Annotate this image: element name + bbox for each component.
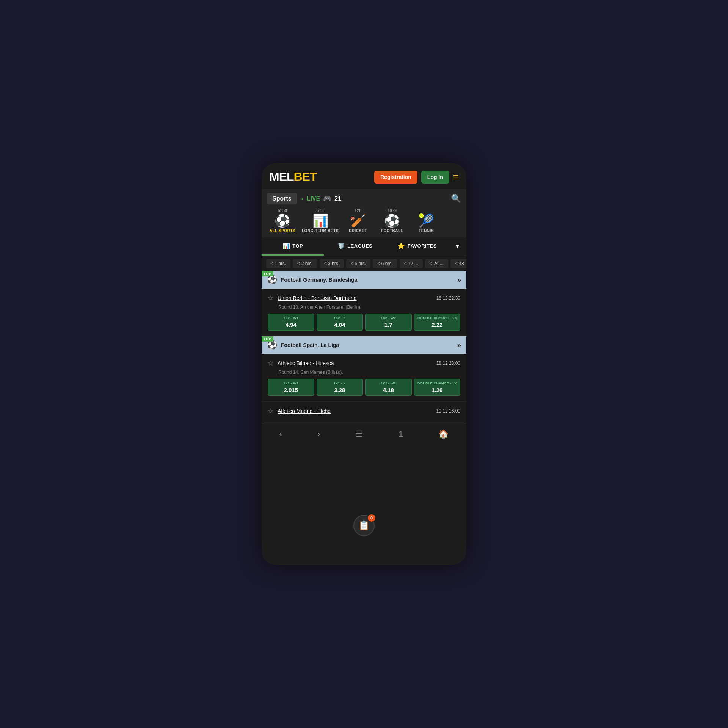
- logo: MELBET: [269, 170, 317, 184]
- tab-favorites[interactable]: ⭐ FAVORITES: [386, 237, 448, 256]
- league-header-bundesliga: TOP ⚽ Football Germany. Bundesliga »: [262, 271, 466, 289]
- tab-top[interactable]: 📊 TOP: [262, 237, 324, 256]
- time-chip-48hr[interactable]: < 48: [450, 259, 466, 268]
- logo-bet: BET: [294, 170, 317, 184]
- odds-row-1: 1X2 - W1 4.94 1X2 - X 4.04 1X2 - W2 1.7 …: [268, 314, 460, 331]
- filter-nav-button[interactable]: ☰: [356, 429, 363, 439]
- odds-btn-1-x[interactable]: 1X2 - X 4.04: [317, 314, 363, 331]
- odds-label-2-w1: 1X2 - W1: [283, 381, 298, 385]
- odds-btn-1-dc[interactable]: DOUBLE CHANCE - 1X 2.22: [414, 314, 461, 331]
- league-name-bundesliga[interactable]: Football Germany. Bundesliga: [281, 277, 357, 283]
- odds-label-1-w1: 1X2 - W1: [283, 316, 298, 320]
- top-icon: 📊: [282, 242, 290, 249]
- match-card-bilbao: ☆ Athletic Bilbao - Huesca 18.12 23:00 R…: [262, 354, 466, 402]
- league-chevron-icon-2[interactable]: »: [457, 341, 461, 349]
- tab-favorites-label: FAVORITES: [408, 243, 437, 249]
- match-name-3[interactable]: Atletico Madrid - Elche: [278, 408, 331, 414]
- favorite-star-1[interactable]: ☆: [268, 294, 274, 302]
- sports-nav: Sports ● LIVE 🎮 21 🔍: [262, 189, 466, 204]
- category-scroll: 5359 ⚽ ALL SPORTS 573 📊 LONG-TERM BETS 1…: [262, 204, 466, 237]
- sports-label[interactable]: Sports: [267, 193, 297, 204]
- favorite-star-2[interactable]: ☆: [268, 359, 274, 367]
- back-button[interactable]: ‹: [279, 429, 282, 439]
- match-name-2[interactable]: Athletic Bilbao - Huesca: [278, 360, 334, 366]
- match-card-union-berlin: ☆ Union Berlin - Borussia Dortmund 18.12…: [262, 289, 466, 336]
- league-header-laliga: TOP ⚽ Football Spain. La Liga »: [262, 336, 466, 354]
- category-cricket[interactable]: 126 🏏 CRICKET: [341, 207, 375, 234]
- odds-value-2-dc: 1.26: [431, 387, 442, 393]
- logo-mel: MEL: [269, 170, 294, 184]
- match-info-1: Round 13. An der Alten Forsterei (Berlin…: [268, 304, 460, 310]
- favorite-star-3[interactable]: ☆: [268, 407, 274, 415]
- home-icon: 🏠: [438, 429, 449, 439]
- odds-value-1-x: 4.04: [334, 322, 345, 328]
- odds-label-1-x: 1X2 - X: [334, 316, 346, 320]
- league-name-laliga[interactable]: Football Spain. La Liga: [281, 342, 339, 348]
- odds-value-1-w2: 1.7: [384, 322, 392, 328]
- odds-label-2-x: 1X2 - X: [334, 381, 346, 385]
- leagues-icon: 🛡️: [337, 242, 345, 249]
- tab-leagues[interactable]: 🛡️ LEAGUES: [324, 237, 386, 256]
- league-chevron-icon[interactable]: »: [457, 276, 461, 284]
- betslip-fab[interactable]: 📋 0: [353, 515, 375, 536]
- odds-label-2-w2: 1X2 - W2: [381, 381, 396, 385]
- home-button[interactable]: 🏠: [438, 429, 449, 439]
- register-button[interactable]: Registration: [374, 171, 417, 184]
- odds-btn-2-w1[interactable]: 1X2 - W1 2.015: [268, 379, 314, 396]
- header-buttons: Registration Log In ≡: [374, 171, 459, 184]
- live-label[interactable]: LIVE: [307, 195, 320, 202]
- tab-top-label: TOP: [292, 243, 303, 249]
- odds-btn-2-w2[interactable]: 1X2 - W2 4.18: [365, 379, 412, 396]
- betslip-icon: 📋: [358, 520, 370, 531]
- live-icon: 🎮: [323, 195, 331, 203]
- forward-button[interactable]: ›: [317, 429, 320, 439]
- category-tennis[interactable]: 🎾 TENNIS: [409, 207, 443, 234]
- odds-value-1-dc: 2.22: [431, 322, 442, 328]
- time-filter: < 1 hrs. < 2 hrs. < 3 hrs. < 5 hrs. < 6 …: [262, 256, 466, 271]
- forward-icon: ›: [317, 429, 320, 439]
- match-date-3: 19.12 16:00: [436, 408, 460, 414]
- match-date-2: 18.12 23:00: [436, 361, 460, 366]
- time-chip-1hr[interactable]: < 1 hrs.: [266, 259, 290, 268]
- time-chip-5hr[interactable]: < 5 hrs.: [346, 259, 370, 268]
- filter-button[interactable]: ▼: [448, 238, 466, 255]
- match-date-1: 18.12 22:30: [436, 295, 460, 301]
- match-info-2: Round 14. San Mames (Bilbao).: [268, 370, 460, 375]
- page-icon: 1: [399, 429, 403, 439]
- odds-value-2-w2: 4.18: [383, 387, 394, 393]
- bottom-nav: ‹ › ☰ 1 🏠: [262, 424, 466, 446]
- app-header: MELBET Registration Log In ≡: [262, 163, 466, 189]
- match-card-atletico: ☆ Atletico Madrid - Elche 19.12 16:00: [262, 402, 466, 423]
- time-chip-6hr[interactable]: < 6 hrs.: [373, 259, 397, 268]
- odds-value-1-w1: 4.94: [286, 322, 297, 328]
- live-count: 21: [334, 195, 341, 202]
- menu-icon[interactable]: ≡: [453, 172, 459, 182]
- odds-label-1-dc: DOUBLE CHANCE - 1X: [417, 316, 457, 320]
- odds-btn-1-w1[interactable]: 1X2 - W1 4.94: [268, 314, 314, 331]
- time-chip-24hr[interactable]: < 24 ...: [425, 259, 448, 268]
- login-button[interactable]: Log In: [421, 171, 449, 184]
- category-long-term[interactable]: 573 📊 LONG-TERM BETS: [300, 207, 341, 234]
- odds-label-2-dc: DOUBLE CHANCE - 1X: [417, 381, 457, 385]
- odds-btn-2-dc[interactable]: DOUBLE CHANCE - 1X 1.26: [414, 379, 461, 396]
- odds-btn-2-x[interactable]: 1X2 - X 3.28: [317, 379, 363, 396]
- live-dot: ●: [301, 197, 304, 201]
- category-football[interactable]: 1679 ⚽ FOOTBALL: [375, 207, 409, 234]
- tab-leagues-label: LEAGUES: [347, 243, 372, 249]
- time-chip-2hr[interactable]: < 2 hrs.: [293, 259, 317, 268]
- search-icon[interactable]: 🔍: [451, 194, 461, 204]
- page-button[interactable]: 1: [399, 429, 403, 439]
- odds-btn-1-w2[interactable]: 1X2 - W2 1.7: [365, 314, 412, 331]
- sub-nav: 📊 TOP 🛡️ LEAGUES ⭐ FAVORITES ▼: [262, 237, 466, 256]
- odds-value-2-x: 3.28: [334, 387, 345, 393]
- back-icon: ‹: [279, 429, 282, 439]
- category-all-sports[interactable]: 5359 ⚽ ALL SPORTS: [265, 207, 300, 234]
- time-chip-3hr[interactable]: < 3 hrs.: [320, 259, 344, 268]
- odds-label-1-w2: 1X2 - W2: [381, 316, 396, 320]
- filter-nav-icon: ☰: [356, 429, 363, 439]
- filter-icon: ▼: [454, 243, 460, 250]
- odds-value-2-w1: 2.015: [284, 387, 298, 393]
- time-chip-12hr[interactable]: < 12 ...: [400, 259, 423, 268]
- odds-row-2: 1X2 - W1 2.015 1X2 - X 3.28 1X2 - W2 4.1…: [268, 379, 460, 396]
- match-name-1[interactable]: Union Berlin - Borussia Dortmund: [278, 295, 357, 301]
